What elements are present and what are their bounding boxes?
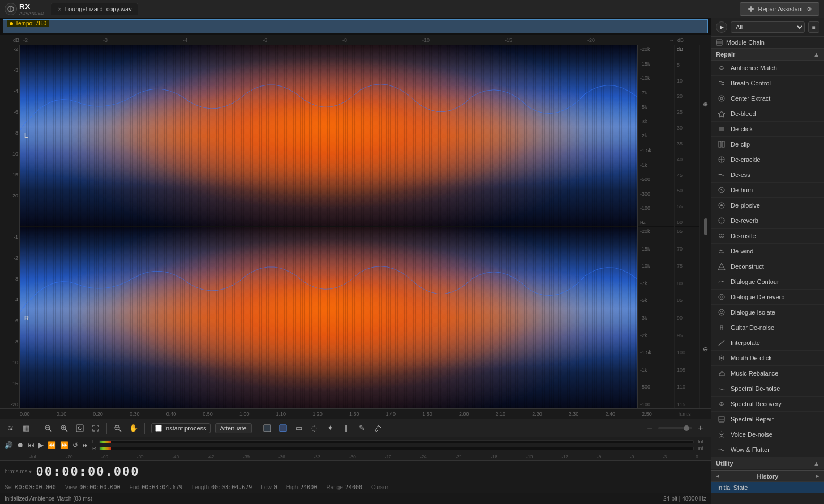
fit-view-btn[interactable]	[89, 421, 102, 435]
magic-wand-btn[interactable]: ✦	[324, 421, 337, 435]
sidebar-item-breath-control[interactable]: Breath Control	[711, 76, 824, 91]
time-format-selector[interactable]: h:m:s.ms ▾	[5, 468, 32, 475]
select-rect-btn[interactable]	[260, 421, 274, 435]
playback-wave-btn[interactable]: ≋	[3, 421, 17, 435]
repair-section-header[interactable]: Repair ▲	[711, 49, 824, 61]
sidebar-item-de-plosive[interactable]: De-plosive	[711, 198, 824, 213]
brush-btn[interactable]	[371, 421, 385, 435]
sidebar-item-guitar-de-noise[interactable]: Guitar De-noise	[711, 320, 824, 335]
zoom-horiz-btn[interactable]	[111, 421, 125, 435]
zoom-out-icon[interactable]: ⊖	[703, 346, 708, 353]
loop-btn[interactable]: ↺	[71, 440, 79, 450]
playback-spec-btn[interactable]: ▦	[19, 421, 33, 435]
svg-rect-19	[280, 425, 286, 432]
repair-section-title: Repair	[716, 51, 735, 58]
file-tab[interactable]: ✕ LoungeLizard_copy.wav	[51, 3, 138, 15]
skip-back-btn[interactable]: ⏪	[46, 440, 57, 450]
sidebar-item-voice-de-noise[interactable]: Voice De-noise	[711, 427, 824, 442]
l-meter-label: L	[92, 439, 97, 445]
zoom-slider-thumb[interactable]	[684, 425, 689, 431]
toolbar-sep-3	[144, 423, 145, 434]
sidebar-item-interpolate[interactable]: Interpolate	[711, 335, 824, 351]
zoom-in-icon[interactable]: ⊕	[703, 101, 708, 108]
svg-point-39	[720, 219, 723, 222]
sidebar-item-de-wind[interactable]: De-wind	[711, 244, 824, 259]
channel-r[interactable]: R	[20, 227, 637, 408]
bottom-status-bar: Initialized Ambience Match (83 ms) 24-bi…	[0, 493, 711, 504]
sidebar-play-button[interactable]: ▶	[716, 21, 727, 33]
zoom-slider[interactable]	[658, 427, 692, 429]
sidebar-item-music-rebalance[interactable]: Music Rebalance	[711, 366, 824, 381]
sidebar-item-dialogue-isolate[interactable]: Dialogue Isolate	[711, 305, 824, 320]
zoom-out-btn[interactable]	[41, 421, 55, 435]
sidebar-item-de-bleed[interactable]: De-bleed	[711, 106, 824, 122]
harmonic-select-btn[interactable]: ∥	[340, 421, 353, 435]
close-icon[interactable]: ✕	[57, 6, 62, 12]
sidebar-item-wow-flutter[interactable]: Wow & Flutter	[711, 442, 824, 458]
sidebar-item-spectral-recovery[interactable]: Spectral Recovery	[711, 397, 824, 412]
de-hum-label: De-hum	[731, 187, 753, 193]
r-meter-bar	[99, 447, 694, 450]
waveform-overview[interactable]: Tempo: 78.0	[0, 18, 711, 35]
sidebar-item-de-reverb[interactable]: De-reverb	[711, 213, 824, 229]
sel-start: 00:00:00.000	[15, 484, 55, 490]
de-click-label: De-click	[731, 126, 753, 132]
repair-assistant-button[interactable]: Repair Assistant	[740, 2, 819, 16]
pencil-btn[interactable]: ✎	[355, 421, 369, 435]
sidebar-item-de-click[interactable]: De-click	[711, 122, 824, 137]
svg-point-14	[78, 427, 81, 430]
range-stat: Range 24000	[326, 484, 362, 490]
zoom-in-right-btn[interactable]: +	[694, 421, 707, 435]
sidebar-item-de-clip[interactable]: De-clip	[711, 137, 824, 152]
sidebar-item-spectral-de-noise[interactable]: Spectral De-noise	[711, 381, 824, 397]
utility-section-header[interactable]: Utility ▲	[711, 458, 824, 469]
hand-tool-btn[interactable]: ✋	[127, 421, 140, 435]
toolbar-sep-2	[106, 423, 107, 434]
zoom-out-right-btn[interactable]: −	[643, 421, 656, 435]
select-zoom-btn[interactable]	[73, 421, 87, 435]
dialogue-de-reverb-label: Dialogue De-reverb	[731, 294, 784, 300]
ambience-match-label: Ambience Match	[731, 64, 777, 71]
skip-fwd-btn[interactable]: ⏩	[59, 440, 70, 450]
sidebar-item-center-extract[interactable]: Center Extract	[711, 91, 824, 106]
sel-label: Sel	[5, 484, 12, 490]
play-btn[interactable]: ▶	[37, 440, 45, 450]
speaker-btn[interactable]: 🔊	[3, 440, 14, 450]
overview-selection	[3, 19, 708, 33]
history-fwd-btn[interactable]: ▸	[816, 472, 819, 480]
fast-fwd-btn[interactable]: ⏭	[81, 440, 90, 450]
sidebar-item-de-ess[interactable]: De-ess	[711, 167, 824, 183]
de-ess-icon	[717, 170, 726, 179]
history-item-initial-state[interactable]: Initial State	[711, 482, 824, 493]
sidebar-item-de-rustle[interactable]: De-rustle	[711, 229, 824, 244]
select-time-btn[interactable]	[276, 421, 290, 435]
deconstruct-label: Deconstruct	[731, 263, 764, 270]
record-btn[interactable]: ⏺	[16, 440, 25, 450]
status-area: h:m:s.ms ▾ 00:00:00.000 Sel 00:00:00.000…	[0, 460, 711, 493]
sidebar-item-mouth-de-click[interactable]: Mouth De-click	[711, 351, 824, 366]
zoom-in-btn[interactable]	[57, 421, 71, 435]
cursor-label: Cursor	[371, 484, 388, 490]
mouth-de-click-label: Mouth De-click	[731, 355, 772, 361]
history-back-btn[interactable]: ◂	[716, 472, 719, 480]
module-filter-select[interactable]: All Repair Utility	[731, 21, 805, 33]
de-ess-label: De-ess	[731, 171, 750, 178]
svg-rect-3	[750, 6, 752, 12]
rewind-btn[interactable]: ⏮	[27, 440, 36, 450]
select-freq-btn[interactable]: ▭	[292, 421, 306, 435]
sidebar-item-dialogue-contour[interactable]: Dialogue Contour	[711, 274, 824, 290]
sidebar-item-spectral-repair[interactable]: Spectral Repair	[711, 412, 824, 427]
instant-process-checkbox[interactable]	[155, 425, 162, 432]
sidebar-menu-button[interactable]: ≡	[808, 21, 819, 33]
sidebar-item-de-hum[interactable]: De-hum	[711, 183, 824, 198]
lasso-btn[interactable]: ◌	[308, 421, 321, 435]
time-display-row: h:m:s.ms ▾ 00:00:00.000	[0, 461, 711, 481]
channel-l[interactable]: L	[20, 45, 637, 227]
sidebar-item-ambience-match[interactable]: Ambience Match	[711, 61, 824, 76]
svg-rect-18	[264, 425, 271, 432]
sidebar-item-dialogue-de-reverb[interactable]: Dialogue De-reverb	[711, 290, 824, 305]
sidebar-item-de-crackle[interactable]: De-crackle	[711, 152, 824, 167]
attenuate-button[interactable]: Attenuate	[215, 423, 252, 433]
spectrogram-main[interactable]: L R	[20, 45, 637, 408]
sidebar-item-deconstruct[interactable]: Deconstruct	[711, 259, 824, 274]
